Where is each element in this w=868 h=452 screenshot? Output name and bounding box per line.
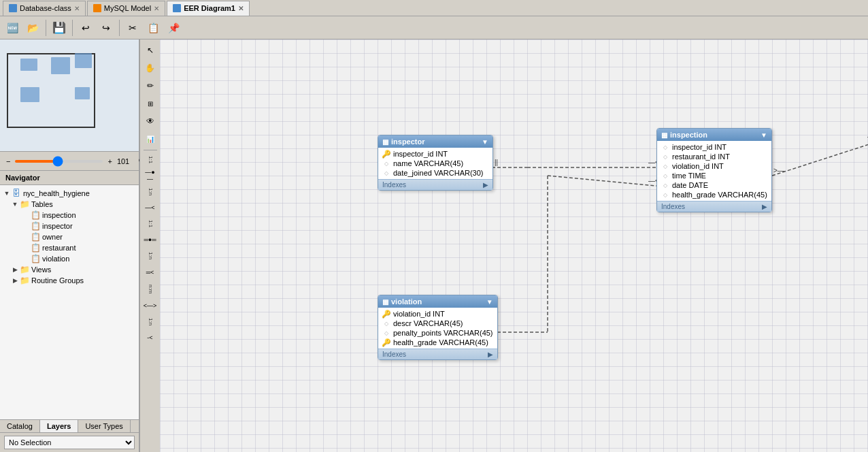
table-inspector-indexes-label: Indexes	[382, 181, 406, 189]
tab-db-class-close[interactable]: ✕	[74, 5, 80, 12]
tree-routines-arrow: ▶	[11, 277, 19, 284]
tab-mysql-label: MySQL Model	[104, 4, 151, 12]
tree-item-inspector[interactable]: 📋 inspector	[0, 221, 139, 231]
mini-table-restaurant	[75, 53, 92, 68]
tab-catalog[interactable]: Catalog	[0, 420, 40, 432]
bottom-tabs: Catalog Layers User Types	[0, 419, 139, 432]
view-tool-button[interactable]: 👁	[142, 113, 158, 129]
table-violation[interactable]: ▦ violation ▼ 🔑 violation_id INT ◇ descr…	[378, 295, 498, 360]
tree-restaurant-label: restaurant	[42, 244, 76, 252]
table-inspector-expand[interactable]: ▼	[482, 138, 488, 146]
table-inspector-footer[interactable]: Indexes ▶	[378, 179, 493, 190]
field-violation-id-label: violation_id INT	[393, 310, 445, 318]
tree-panel: ▼ 🗄 nyc_health_hygiene ▼ 📁 Tables 📋 insp…	[0, 185, 139, 419]
field-violation-health-grade-label: health_grade VARCHAR(45)	[393, 338, 488, 346]
new-button[interactable]: 🆕	[3, 18, 22, 37]
tab-eer-close[interactable]: ✕	[238, 5, 244, 12]
routine-tool-button[interactable]: 📊	[142, 131, 158, 147]
table-violation-indexes-arrow: ▶	[488, 351, 493, 358]
table-inspection-footer[interactable]: Indexes ▶	[657, 201, 771, 212]
table-inspection-indexes-arrow: ▶	[762, 203, 767, 210]
diagram-canvas[interactable]: || —< || —< >— —|| — ⊥ ▦ inspector	[160, 39, 868, 452]
table-violation-header: ▦ violation ▼	[378, 295, 497, 308]
zoom-plus-button[interactable]: +	[105, 157, 114, 165]
field-violation-descr: ◇ descr VARCHAR(45)	[378, 319, 497, 328]
table-violation-footer[interactable]: Indexes ▶	[378, 349, 497, 359]
field-violation-id: 🔑 violation_id INT	[378, 309, 497, 319]
tab-mysql-model[interactable]: MySQL Model ✕	[87, 1, 165, 16]
svg-text:||: ||	[495, 159, 498, 166]
tree-restaurant-icon: 📋	[30, 243, 41, 253]
table-violation-expand[interactable]: ▼	[486, 298, 493, 306]
diamond-icon-insp-restaurant-id: ◇	[661, 152, 669, 161]
field-violation-health-grade: 🔑 health_grade VARCHAR(45)	[378, 338, 497, 347]
field-inspection-inspector-id: ◇ inspector_id INT	[657, 142, 771, 152]
select-tool-button[interactable]: ↖	[142, 42, 158, 59]
tree-item-owner[interactable]: 📋 owner	[0, 231, 139, 242]
mini-table-owner	[75, 87, 90, 99]
diamond-icon-insp-inspector-id: ◇	[661, 143, 669, 151]
rel-1-n-button[interactable]: —<	[142, 199, 158, 216]
tree-owner-label: owner	[42, 233, 63, 241]
table-inspector[interactable]: ▦ inspector ▼ 🔑 inspector_id INT ◇ name …	[378, 135, 493, 191]
tree-root[interactable]: ▼ 🗄 nyc_health_hygiene	[0, 188, 139, 199]
table-tool-button[interactable]: ⊞	[142, 95, 158, 112]
tree-views-section[interactable]: ▶ 📁 Views	[0, 264, 139, 275]
rel-n-m-button[interactable]: <—>	[142, 297, 158, 314]
pan-tool-button[interactable]: ✋	[142, 60, 158, 76]
paste-button[interactable]: 📌	[164, 18, 183, 37]
table-inspection-icon: ▦	[661, 131, 667, 139]
key-icon-violation-health-grade: 🔑	[382, 338, 390, 346]
tab-catalog-label: Catalog	[7, 422, 33, 430]
tab-mysql-close[interactable]: ✕	[154, 5, 159, 12]
table-inspector-icon: ▦	[382, 138, 388, 146]
tree-tables-icon: 📁	[19, 199, 30, 209]
mini-table-inspection	[51, 57, 70, 74]
copy-button[interactable]: 📋	[144, 18, 163, 37]
table-inspection[interactable]: ▦ inspection ▼ ◇ inspector_id INT ◇ rest…	[656, 128, 772, 212]
zoom-value-display: 101	[117, 157, 136, 165]
open-button[interactable]: 📂	[23, 18, 42, 37]
redo-button[interactable]: ↪	[97, 18, 116, 37]
tab-eer-label: EER Diagram1	[184, 4, 235, 12]
diamond-icon-insp-time: ◇	[661, 172, 669, 180]
tree-item-restaurant[interactable]: 📋 restaurant	[0, 242, 139, 253]
save-button[interactable]: 💾	[50, 18, 69, 37]
table-inspection-expand[interactable]: ▼	[761, 131, 767, 139]
left-sidebar: − + 101 % ▼ Navigator ▼ 🗄 nyc_health_hyg…	[0, 39, 139, 452]
rel-1-1-button[interactable]: —●—	[142, 167, 158, 184]
cut-button[interactable]: ✂	[123, 18, 142, 37]
vtoolbar-rel-label-3: 1:1	[147, 220, 153, 227]
tree-item-violation[interactable]: 📋 violation	[0, 253, 139, 264]
diamond-icon-insp-health-grade: ◇	[661, 191, 669, 199]
vertical-toolbar: ↖ ✋ ✏ ⊞ 👁 📊 1:1 —●— 1:n —< 1:1 ═●═ 1:n ═…	[139, 39, 160, 452]
tree-tables-section[interactable]: ▼ 📁 Tables	[0, 199, 139, 210]
table-inspector-header: ▦ inspector ▼	[378, 135, 493, 148]
tree-inspector-label: inspector	[42, 222, 73, 230]
rel-1-1-id-button[interactable]: ═●═	[142, 231, 158, 248]
rel-1-n-id-button[interactable]: ═<	[142, 264, 158, 280]
vtoolbar-rel-label-4: 1:n	[147, 252, 153, 259]
rel-1-n-non-id-button[interactable]: -<	[142, 329, 158, 346]
zoom-slider[interactable]	[15, 160, 103, 163]
tab-user-types[interactable]: User Types	[78, 420, 130, 432]
key-icon-violation-id: 🔑	[382, 310, 390, 318]
mini-table-inspector	[20, 59, 37, 71]
selection-select[interactable]: No Selection	[4, 436, 135, 449]
undo-button[interactable]: ↩	[76, 18, 95, 37]
tab-db-class[interactable]: Database-class ✕	[3, 1, 86, 16]
tab-eer-diagram[interactable]: EER Diagram1 ✕	[167, 1, 250, 16]
tree-routines-section[interactable]: ▶ 📁 Routine Groups	[0, 275, 139, 286]
svg-line-9	[772, 142, 868, 176]
zoom-controls: − + 101 % ▼	[0, 152, 139, 171]
zoom-minus-button[interactable]: −	[4, 157, 12, 165]
table-inspection-indexes-label: Indexes	[661, 203, 685, 210]
vtoolbar-rel-label-6: 1:n	[147, 318, 153, 325]
mysql-icon	[93, 4, 101, 12]
svg-text:>—: >—	[773, 167, 784, 174]
tab-layers[interactable]: Layers	[40, 420, 78, 432]
draw-tool-button[interactable]: ✏	[142, 78, 158, 94]
tree-owner-icon: 📋	[30, 232, 41, 242]
tree-item-inspection[interactable]: 📋 inspection	[0, 210, 139, 221]
field-insp-restaurant-id-label: restaurant_id INT	[672, 152, 730, 161]
